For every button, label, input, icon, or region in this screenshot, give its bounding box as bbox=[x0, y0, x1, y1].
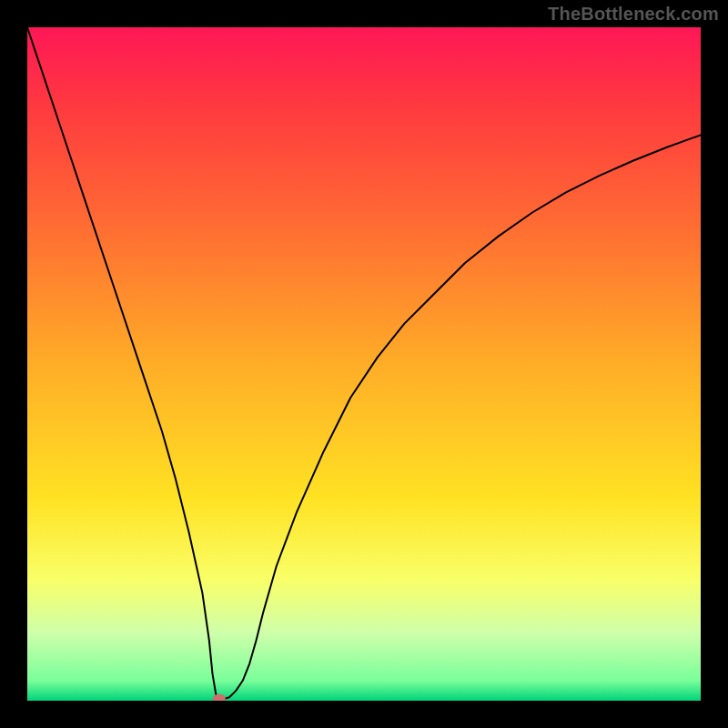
gradient-background bbox=[27, 27, 701, 701]
plot-area bbox=[27, 27, 701, 701]
chart-frame: TheBottleneck.com bbox=[0, 0, 728, 728]
chart-svg bbox=[27, 27, 701, 701]
watermark-text: TheBottleneck.com bbox=[548, 4, 719, 25]
